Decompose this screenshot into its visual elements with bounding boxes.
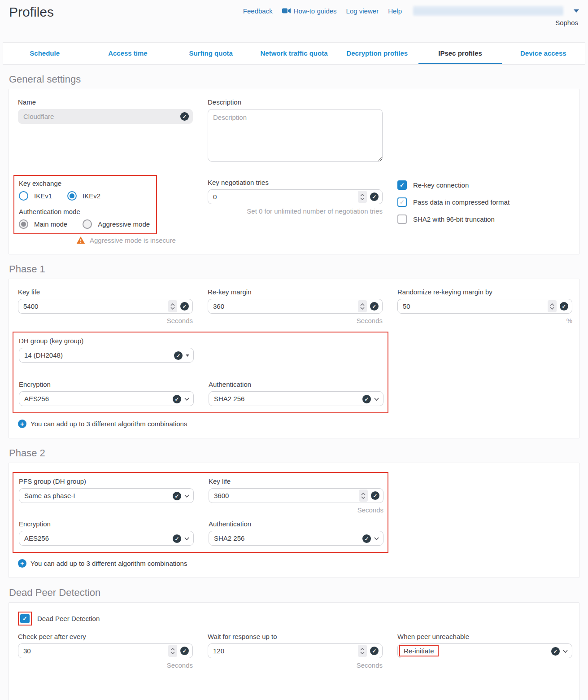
auth-mode-label: Authentication mode (19, 208, 150, 215)
dpd-checkbox[interactable] (20, 614, 30, 623)
tab-surfing-quota[interactable]: Surfing quota (170, 43, 253, 64)
p1-dh-group-label: DH group (key group) (19, 337, 194, 345)
p2-authentication-select[interactable]: SHA2 256 (209, 531, 383, 546)
feedback-link[interactable]: Feedback (243, 7, 273, 15)
brand-label: Sophos (555, 19, 578, 26)
p1-rekey-margin-input[interactable] (208, 299, 383, 314)
chevron-down-icon (374, 398, 379, 401)
phase2-heading: Phase 2 (9, 447, 579, 459)
chevron-down-icon (184, 494, 189, 498)
dpd-card: Dead Peer Detection Check peer after eve… (9, 602, 579, 700)
number-stepper[interactable] (358, 645, 367, 657)
chevron-down-icon[interactable] (574, 9, 579, 13)
p2-key-life-label: Key life (209, 477, 383, 485)
p2-add-note: You can add up to 3 different algorithm … (30, 560, 187, 567)
tab-schedule[interactable]: Schedule (3, 43, 86, 64)
tab-decryption-profiles[interactable]: Decryption profiles (335, 43, 418, 64)
page-title: Profiles (9, 4, 54, 20)
description-label: Description (208, 98, 383, 106)
p2-authentication-label: Authentication (209, 520, 383, 528)
key-negotiation-label: Key negotiation tries (208, 179, 383, 186)
number-stepper[interactable] (359, 490, 368, 502)
radio-ikev1[interactable]: IKEv1 (19, 191, 52, 201)
valid-check-icon (180, 112, 189, 121)
valid-check-icon (173, 395, 181, 403)
page-header: Profiles Feedback How-to guides Log view… (0, 0, 588, 42)
p2-encryption-select[interactable]: AES256 (19, 531, 194, 546)
description-field[interactable] (208, 109, 383, 162)
account-selector-blurred[interactable] (413, 6, 563, 16)
p1-randomize-label: Randomize re-keying margin by (397, 288, 572, 296)
checkbox-rekey-connection[interactable]: Re-key connection (397, 180, 572, 190)
p1-randomize-input[interactable] (397, 299, 572, 314)
p2-pfs-group-select[interactable]: Same as phase-I (19, 488, 194, 503)
general-settings-heading: General settings (9, 74, 579, 85)
p1-authentication-select[interactable]: SHA2 256 (209, 391, 383, 406)
reinitiate-annotation-box: Re-initiate (399, 645, 439, 656)
radio-disabled-icon (83, 219, 92, 229)
log-viewer-link[interactable]: Log viewer (346, 7, 379, 15)
howto-guides-link[interactable]: How-to guides (294, 7, 337, 15)
valid-check-icon (180, 647, 189, 655)
add-combination-button[interactable] (18, 559, 26, 568)
valid-check-icon (180, 302, 189, 311)
chevron-down-icon (184, 398, 189, 401)
key-exchange-label: Key exchange (19, 179, 150, 187)
number-stepper[interactable] (548, 300, 557, 312)
video-camera-icon (282, 8, 291, 14)
radio-main-mode: Main mode (19, 219, 67, 229)
radio-icon (19, 191, 28, 201)
tab-device-access[interactable]: Device access (502, 43, 585, 64)
dpd-unreachable-select[interactable]: Re-initiate (397, 643, 572, 658)
aggressive-warning-text: Aggressive mode is insecure (90, 236, 176, 244)
number-stepper[interactable] (168, 645, 177, 657)
valid-check-icon (173, 492, 181, 500)
help-link[interactable]: Help (388, 7, 402, 15)
checkbox-pass-compressed[interactable]: Pass data in compressed format (397, 197, 572, 207)
valid-check-icon (551, 647, 560, 656)
checkbox-unchecked-icon (397, 197, 407, 207)
dpd-wait-input[interactable] (208, 643, 383, 658)
number-stepper[interactable] (358, 191, 367, 203)
p1-encryption-select[interactable]: AES256 (19, 391, 194, 406)
chevron-down-icon (563, 650, 568, 653)
p2-algorithms-annotation-box: PFS group (DH group) Same as phase-I Key… (13, 472, 388, 553)
p1-rekey-margin-unit: Seconds (208, 317, 383, 324)
valid-check-icon (370, 647, 379, 655)
valid-check-icon (370, 302, 379, 311)
general-settings-card: Name Description Key exchange (9, 89, 579, 254)
dpd-wait-unit: Seconds (208, 661, 383, 669)
p1-key-life-unit: Seconds (18, 317, 193, 324)
tab-access-time[interactable]: Access time (86, 43, 169, 64)
key-exchange-annotation-box: Key exchange IKEv1 IKEv2 Authentication … (13, 175, 157, 234)
dropdown-triangle-icon (186, 354, 189, 357)
p1-add-note: You can add up to 3 different algorithm … (30, 420, 187, 428)
valid-check-icon (362, 534, 371, 543)
number-stepper[interactable] (168, 300, 177, 312)
dpd-check-peer-input[interactable] (18, 643, 193, 658)
p2-key-life-input[interactable] (209, 488, 383, 503)
add-combination-button[interactable] (18, 420, 26, 428)
checkbox-sha2-truncation[interactable]: SHA2 with 96-bit truncation (397, 214, 572, 224)
dpd-unreachable-label: When peer unreachable (397, 633, 572, 640)
dpd-enable-label: Dead Peer Detection (37, 615, 100, 622)
warning-triangle-icon (76, 236, 85, 244)
radio-disabled-selected-icon (19, 219, 28, 229)
phase1-heading: Phase 1 (9, 263, 579, 275)
number-stepper[interactable] (358, 300, 367, 312)
dpd-check-peer-unit: Seconds (18, 661, 193, 669)
checkbox-checked-icon (397, 180, 407, 190)
key-negotiation-input[interactable] (208, 189, 383, 204)
tab-ipsec-profiles[interactable]: IPsec profiles (418, 43, 501, 64)
p1-key-life-input[interactable] (18, 299, 193, 314)
p1-dh-group-select[interactable]: 14 (DH2048) (19, 348, 194, 363)
dpd-wait-label: Wait for response up to (208, 633, 383, 640)
radio-ikev2[interactable]: IKEv2 (67, 191, 100, 201)
p1-rekey-margin-label: Re-key margin (208, 288, 383, 296)
name-field (18, 109, 193, 124)
chevron-down-icon (374, 537, 379, 540)
p1-key-life-label: Key life (18, 288, 193, 296)
valid-check-icon (370, 192, 379, 201)
tab-network-traffic-quota[interactable]: Network traffic quota (253, 43, 335, 64)
valid-check-icon (173, 534, 181, 543)
